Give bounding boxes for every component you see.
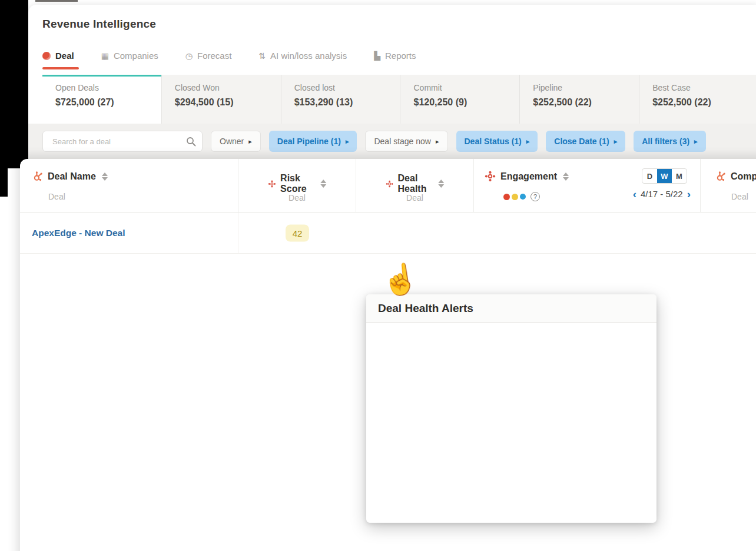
summary-card-closed-won[interactable]: Closed Won$294,500 (15) <box>161 75 281 124</box>
popup-tabs <box>366 323 656 353</box>
column-subtitle: Deal <box>289 193 306 203</box>
table-header: Deal Name Deal Risk Score Deal <box>20 159 756 213</box>
sort-arrows-icon[interactable] <box>438 180 444 188</box>
filter-button-label: Close Date (1) <box>554 137 609 146</box>
chevron-right-icon: ▸ <box>614 138 618 145</box>
filter-button-close-date-1-[interactable]: Close Date (1)▸ <box>546 131 625 152</box>
clock-icon: ◷ <box>185 52 193 60</box>
summary-card-value: $252,500 (22) <box>533 97 639 108</box>
nav-tab-label: Forecast <box>197 51 231 61</box>
summary-card-commit[interactable]: Commit$120,250 (9) <box>400 75 519 124</box>
summary-card-label: Open Deals <box>55 83 161 92</box>
summary-card-label: Best Case <box>652 83 756 92</box>
deal-name-cell: ApexEdge - New Deal <box>20 213 238 253</box>
prev-range-icon[interactable]: ‹ <box>633 188 636 200</box>
chevron-right-icon: ▸ <box>694 138 698 145</box>
filter-button-label: All filters (3) <box>642 137 689 146</box>
column-header-deal-name[interactable]: Deal Name Deal <box>20 159 238 212</box>
filter-button-owner[interactable]: Owner▸ <box>211 131 261 152</box>
column-title: Comp <box>731 171 756 182</box>
gong-icon <box>386 178 393 190</box>
nav-tab-companies[interactable]: ▦Companies <box>101 51 158 61</box>
summary-card-open-deals[interactable]: Open Deals$725,000 (27) <box>42 75 161 124</box>
sort-arrows-icon[interactable] <box>563 172 569 181</box>
risk-score-badge: 42 <box>286 224 309 241</box>
nav-tab-ai-win-loss-analysis[interactable]: ⇅AI win/loss analysis <box>258 51 347 61</box>
summary-card-label: Closed Won <box>175 83 281 92</box>
filter-button-deal-status-1-[interactable]: Deal Status (1)▸ <box>456 131 538 152</box>
bar-chart-icon: ▙ <box>374 52 380 60</box>
filter-button-deal-pipeline-1-[interactable]: Deal Pipeline (1)▸ <box>269 131 357 152</box>
nav-tab-label: AI win/loss analysis <box>270 51 347 61</box>
page-title: Revenue Intelligence <box>42 18 156 31</box>
filter-button-deal-stage-now[interactable]: Deal stage now▸ <box>365 131 447 152</box>
column-header-risk-score[interactable]: Risk Score Deal <box>238 159 356 212</box>
winloss-icon: ⇅ <box>258 52 266 60</box>
chevron-right-icon: ▸ <box>526 138 530 145</box>
column-title: Deal Health <box>398 173 433 194</box>
building-icon: ▦ <box>101 52 109 60</box>
filter-buttons: Owner▸Deal Pipeline (1)▸Deal stage now▸D… <box>211 131 706 152</box>
hubspot-icon <box>32 171 43 182</box>
risk-score-cell: 42 <box>238 213 356 253</box>
nav-tab-forecast[interactable]: ◷Forecast <box>185 51 232 61</box>
nav-tab-label: Companies <box>114 51 158 61</box>
nav-tab-reports[interactable]: ▙Reports <box>374 51 416 61</box>
chevron-right-icon: ▸ <box>346 138 349 145</box>
sort-arrows-icon[interactable] <box>102 172 108 181</box>
filter-button-label: Deal Status (1) <box>465 137 522 146</box>
deal-name-link[interactable]: ApexEdge - New Deal <box>32 228 125 238</box>
help-icon[interactable]: ? <box>530 192 540 201</box>
granularity-d[interactable]: D <box>642 169 657 183</box>
nav-tab-label: Deal <box>55 51 74 61</box>
nav-tab-deal[interactable]: Deal <box>42 51 74 61</box>
engagement-legend-dots: ? <box>503 192 540 201</box>
summary-card-best-case[interactable]: Best Case$252,500 (22) <box>639 75 756 124</box>
summary-card-label: Commit <box>413 83 519 92</box>
background-window-edge <box>35 0 78 2</box>
sort-arrows-icon[interactable] <box>320 180 326 188</box>
active-tab-underline <box>42 67 79 69</box>
pointer-hand-cursor: ☝ <box>380 263 420 297</box>
column-header-deal-health[interactable]: Deal Health Deal <box>356 159 474 212</box>
gong-logo-icon <box>42 52 51 60</box>
chevron-right-icon: ▸ <box>436 138 439 145</box>
date-range-nav: ‹ 4/17 - 5/22 › <box>633 188 691 200</box>
popup-title: Deal Health Alerts <box>366 294 656 323</box>
search-input[interactable] <box>51 137 181 147</box>
deal-health-alerts-popup: Deal Health Alerts <box>366 294 656 523</box>
legend-dot <box>520 194 526 200</box>
summary-card-pipeline[interactable]: Pipeline$252,500 (22) <box>519 75 639 124</box>
legend-dot <box>512 194 518 200</box>
summary-card-label: Pipeline <box>533 83 639 92</box>
nav-tabs: Deal▦Companies◷Forecast⇅AI win/loss anal… <box>42 51 416 61</box>
summary-card-value: $153,290 (13) <box>294 97 400 108</box>
granularity-w[interactable]: W <box>657 169 672 183</box>
column-title: Deal Name <box>48 171 96 182</box>
summary-card-closed-lost[interactable]: Closed lost$153,290 (13) <box>281 75 400 124</box>
background-dark-strip <box>0 0 28 168</box>
search-icon <box>186 137 196 147</box>
granularity-m[interactable]: M <box>672 169 687 183</box>
column-subtitle: Deal <box>48 192 65 201</box>
column-subtitle: Deal <box>731 192 748 201</box>
summary-cards-row: Open Deals$725,000 (27)Closed Won$294,50… <box>42 75 756 124</box>
popup-alerts-list <box>366 353 656 374</box>
table-row: ApexEdge - New Deal42 <box>20 213 756 254</box>
column-subtitle: Deal <box>406 193 423 203</box>
column-header-company[interactable]: Comp Deal <box>701 159 756 212</box>
filter-button-label: Deal stage now <box>374 137 431 146</box>
column-header-engagement[interactable]: Engagement ? DWM ‹ 4/17 - 5/22 › <box>474 159 701 212</box>
summary-card-value: $252,500 (22) <box>652 97 756 108</box>
hubspot-icon <box>715 171 726 182</box>
nav-tab-label: Reports <box>385 51 416 61</box>
background-dark-strip-lower <box>0 168 8 197</box>
next-range-icon[interactable]: › <box>687 188 691 200</box>
deal-search-box[interactable] <box>42 131 203 152</box>
filter-button-all-filters-3-[interactable]: All filters (3)▸ <box>634 131 705 152</box>
date-range-label: 4/17 - 5/22 <box>641 189 683 199</box>
summary-card-value: $120,250 (9) <box>413 97 519 108</box>
column-title: Risk Score <box>280 173 314 194</box>
gong-icon <box>485 171 496 182</box>
granularity-toggle: DWM <box>642 168 687 184</box>
